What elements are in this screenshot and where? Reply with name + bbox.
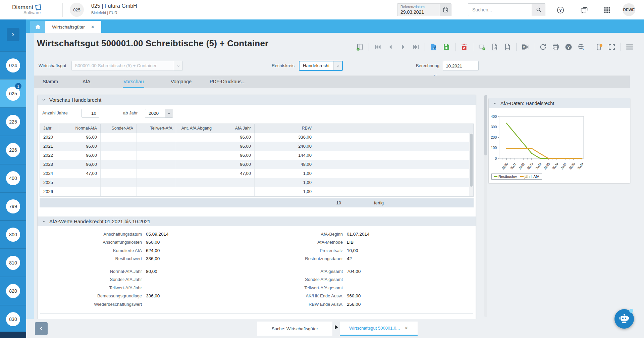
- rechtskreis-label: Rechtskreis: [268, 60, 294, 71]
- field-label: Bemessungsgrundlage: [38, 293, 142, 298]
- tab-vorschau[interactable]: Vorschau: [123, 76, 144, 88]
- content-gutter: [26, 33, 34, 319]
- fullscreen-icon[interactable]: [607, 42, 617, 52]
- delete-icon[interactable]: [459, 42, 469, 52]
- scrollbar-thumb[interactable]: [470, 134, 473, 187]
- column-header-rbw[interactable]: RBW: [255, 124, 473, 133]
- table-row[interactable]: 2023 96,00 96,00 48,00: [40, 160, 473, 169]
- play-icon[interactable]: [335, 325, 338, 330]
- edit-document-icon[interactable]: [429, 42, 439, 52]
- column-header-sonder-afa[interactable]: Sonder-AfA: [101, 124, 137, 133]
- column-header-teilwert-afa[interactable]: Teilwert-AfA: [137, 124, 176, 133]
- section-header-afa-werte: AfA-Werte Handelsrecht 01.2021 bis 10.20…: [38, 216, 476, 226]
- web-link-icon[interactable]: [576, 42, 586, 52]
- page-tabs: Stamm AfA Vorschau Vorgänge PDF-Druckaus…: [26, 76, 630, 88]
- user-avatar[interactable]: REWE: [623, 3, 635, 16]
- column-header-jahr[interactable]: Jahr: [40, 124, 59, 133]
- sidebar-item-400[interactable]: 400: [0, 164, 26, 192]
- divider: [40, 313, 473, 313]
- apps-grid-icon[interactable]: [603, 6, 611, 14]
- section-title: AfA-Werte Handelsrecht 01.2021 bis 10.20…: [49, 219, 151, 224]
- chevron-down-icon[interactable]: [42, 98, 46, 102]
- column-header-ant-afa-abgang[interactable]: Ant. AfA Abgang: [176, 124, 215, 133]
- cell-rbw: 48,00: [255, 160, 473, 169]
- sidebar-item-800[interactable]: 800: [0, 220, 26, 248]
- next-record-icon[interactable]: [398, 42, 408, 52]
- sidebar-item-820[interactable]: 820: [0, 277, 26, 305]
- sidebar-item-799[interactable]: 799: [0, 192, 26, 220]
- sidebar-item-810[interactable]: 810: [0, 248, 26, 277]
- table-row[interactable]: 2024 47,00 47,00 1,00: [40, 169, 473, 178]
- reference-date-input[interactable]: [400, 9, 437, 15]
- close-icon[interactable]: ✕: [91, 25, 95, 30]
- client-sidebar: 024 0251 225 226 400 799 800 810 820 830: [0, 19, 26, 338]
- column-header-normal-afa[interactable]: Normal-AfA: [59, 124, 101, 133]
- sidebar-item-226[interactable]: 226: [0, 136, 26, 164]
- table-row[interactable]: 2021 96,00 96,00 240,00: [40, 142, 473, 151]
- sidebar-item-830[interactable]: 830: [0, 305, 26, 333]
- save-icon[interactable]: [441, 42, 451, 52]
- detail-view-icon[interactable]: [355, 42, 365, 52]
- sidebar-item-024[interactable]: 024: [0, 51, 26, 79]
- excel-export-icon[interactable]: X: [520, 42, 530, 52]
- tab-stamm[interactable]: Stamm: [43, 76, 58, 88]
- back-button[interactable]: [35, 322, 48, 335]
- svg-text:200: 200: [491, 135, 497, 139]
- wirtschaftsgut-select[interactable]: 500001.00 Schreibtische (5) + Container: [71, 61, 183, 71]
- table-row[interactable]: 2020 96,00 96,00 336,00: [40, 133, 473, 142]
- anzahl-jahre-input[interactable]: [82, 109, 99, 118]
- section-header-afa-daten: AfA-Daten: Handelsrecht: [489, 98, 630, 108]
- help-icon[interactable]: ?: [556, 6, 565, 14]
- chevron-down-icon: [333, 61, 342, 70]
- last-record-icon[interactable]: [411, 42, 421, 52]
- home-tab[interactable]: [30, 21, 45, 33]
- export-document-icon[interactable]: [490, 42, 500, 52]
- chat-icon[interactable]: [580, 6, 589, 14]
- chevron-down-icon[interactable]: [42, 219, 46, 224]
- table-row[interactable]: 2026 1,00: [40, 187, 473, 196]
- close-icon[interactable]: ✕: [405, 326, 408, 331]
- svg-text:2023: 2023: [526, 162, 534, 170]
- add-window-icon[interactable]: [477, 42, 487, 52]
- table-scrollbar[interactable]: [469, 133, 473, 196]
- phone-notification-icon[interactable]: [594, 42, 604, 52]
- print-icon[interactable]: [551, 42, 561, 52]
- previous-record-icon[interactable]: [385, 42, 395, 52]
- pdf-document-icon[interactable]: PDF: [502, 42, 513, 52]
- home-icon: [35, 23, 41, 30]
- chevron-down-icon[interactable]: [493, 101, 497, 105]
- cell-afa-jahr: 96,00: [215, 151, 255, 160]
- cell-rbw: 144,00: [255, 151, 473, 160]
- tab-pdf-druckausgabe[interactable]: PDF-Druckaus...: [210, 76, 246, 88]
- help-filled-icon[interactable]: ?: [564, 42, 574, 52]
- first-record-icon[interactable]: [373, 42, 383, 52]
- rechtskreis-select[interactable]: Handelsrecht: [299, 61, 343, 71]
- main-scrollbar[interactable]: [484, 95, 487, 317]
- cell-teilwert-afa: [137, 187, 176, 196]
- search-icon[interactable]: [532, 4, 545, 16]
- sidebar-item-225[interactable]: 225: [0, 107, 26, 136]
- search-input[interactable]: [472, 4, 529, 16]
- reference-date-field[interactable]: Referenzdatum: [397, 3, 451, 16]
- scrollbar-thumb[interactable]: [484, 95, 487, 155]
- table-row[interactable]: 2022 96,00 96,00 144,00: [40, 151, 473, 160]
- berechnung-bis-input[interactable]: [443, 61, 479, 71]
- calendar-icon[interactable]: [440, 4, 451, 16]
- workspace-tab-label: Wirtschaftsgüter: [52, 25, 85, 30]
- sidebar-item-025[interactable]: 0251: [0, 79, 26, 107]
- tab-vorgaenge[interactable]: Vorgänge: [171, 76, 192, 88]
- field-label: Anschaffungsdatum: [38, 232, 142, 237]
- bottom-tab-wirtschaftsgut[interactable]: Wirtschaftsgut 500001.0... ✕: [340, 322, 418, 336]
- table-row[interactable]: 2025 1,00: [40, 178, 473, 187]
- sidebar-expand-button[interactable]: [7, 28, 19, 41]
- refresh-icon[interactable]: [538, 42, 548, 52]
- workspace-tab-wirtschaftsgueter[interactable]: Wirtschaftsgüter ✕: [45, 21, 101, 33]
- field-label: AfA gesamt: [259, 269, 343, 274]
- workspace-tabstrip: Wirtschaftsgüter ✕: [26, 19, 644, 33]
- ab-jahr-select[interactable]: 2020: [145, 109, 173, 118]
- assistant-button[interactable]: [614, 309, 634, 329]
- tab-afa[interactable]: AfA: [83, 76, 90, 88]
- bottom-tab-suche[interactable]: Suche: Wirtschaftsgüter: [257, 322, 332, 336]
- column-header-afa-jahr[interactable]: AfA Jahr: [215, 124, 255, 133]
- menu-icon[interactable]: [625, 42, 635, 52]
